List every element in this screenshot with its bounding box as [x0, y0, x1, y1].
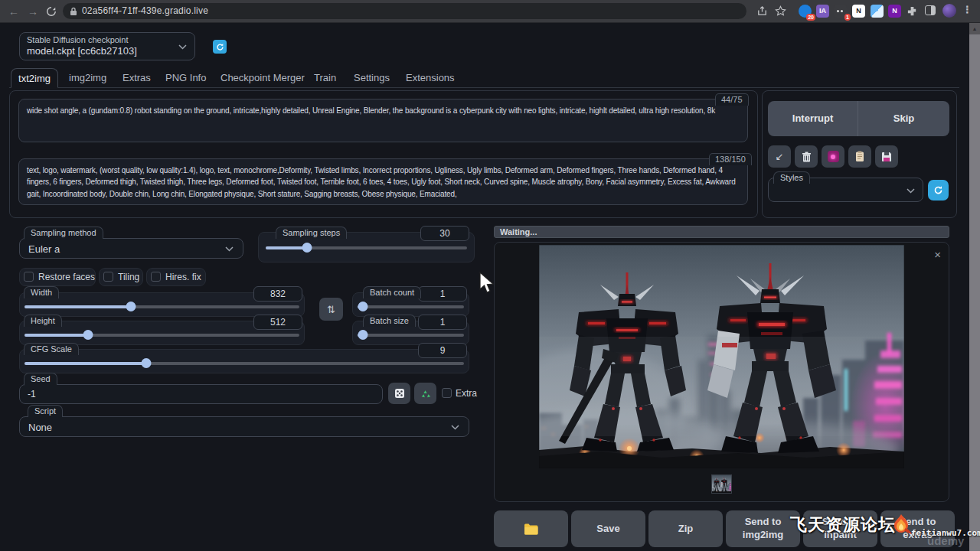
save-button[interactable]: Save: [571, 510, 645, 547]
negative-prompt-counter: 138/150: [709, 153, 752, 165]
recycle-icon: [420, 388, 431, 399]
magenta-icon: [828, 151, 839, 162]
cfg-scale-group: 9: [19, 349, 469, 373]
status-text: Waiting...: [500, 227, 537, 236]
batch-size-slider[interactable]: [358, 334, 464, 337]
toolbar-separator: [0, 22, 980, 23]
tab-extensions[interactable]: Extensions: [406, 68, 455, 88]
interrupt-button[interactable]: Interrupt: [768, 101, 858, 136]
chevron-down-icon: [451, 425, 459, 430]
floppy-icon: [881, 152, 892, 162]
side-panel-icon[interactable]: [925, 5, 936, 15]
close-gallery-icon[interactable]: ×: [934, 249, 941, 260]
reuse-seed-button[interactable]: [414, 383, 436, 404]
tiling-checkbox[interactable]: [103, 272, 113, 282]
script-label: Script: [28, 405, 63, 417]
address-bar[interactable]: 02a56ff4-71ff-439e.gradio.live: [63, 3, 746, 19]
seed-value: -1: [28, 389, 36, 399]
gallery-thumbnail[interactable]: [711, 474, 732, 494]
checkpoint-refresh-button[interactable]: [213, 40, 227, 54]
batch-size-value[interactable]: 1: [418, 315, 467, 330]
checkpoint-label: Stable Diffusion checkpoint: [27, 35, 129, 44]
ext-pin-badge: 20: [806, 14, 815, 21]
prompt-textarea[interactable]: wide shot angle, a (gundam:0.8) robot st…: [18, 99, 748, 142]
zip-button[interactable]: Zip: [648, 510, 723, 547]
ext-notion-label: N: [856, 7, 861, 15]
extensions-puzzle-icon[interactable]: [906, 5, 918, 17]
sampling-method-value: Euler a: [28, 243, 60, 255]
tab-train[interactable]: Train: [314, 68, 336, 88]
styles-label: Styles: [773, 171, 810, 184]
tab-checkpoint-merger[interactable]: Checkpoint Merger: [220, 68, 305, 88]
seed-input[interactable]: -1: [19, 384, 383, 404]
trash-icon: [802, 152, 812, 162]
script-value: None: [28, 422, 52, 433]
tab-png-info[interactable]: PNG Info: [165, 68, 206, 88]
tab-extras[interactable]: Extras: [122, 68, 151, 88]
sampling-steps-slider[interactable]: [266, 246, 467, 249]
checkpoint-dropdown[interactable]: Stable Diffusion checkpoint model.ckpt […: [19, 32, 195, 60]
swap-dimensions-button[interactable]: ⇅: [319, 298, 343, 321]
script-dropdown[interactable]: None: [19, 416, 469, 437]
cfg-scale-slider[interactable]: [24, 362, 464, 365]
width-slider[interactable]: [24, 305, 299, 308]
height-slider[interactable]: [24, 334, 299, 337]
seed-label: Seed: [24, 373, 57, 385]
scrollbar-up-button[interactable]: ▲: [969, 23, 980, 34]
forward-button[interactable]: →: [26, 5, 40, 18]
save-style-button[interactable]: [875, 145, 898, 168]
styles-refresh-button[interactable]: [928, 180, 949, 201]
tab-settings[interactable]: Settings: [354, 68, 390, 88]
ext-cam-badge: 1: [844, 14, 851, 21]
width-value[interactable]: 832: [253, 286, 302, 302]
tab-txt2img[interactable]: txt2img: [11, 68, 58, 88]
lock-icon: [70, 7, 77, 16]
extra-seed-checkbox[interactable]: [442, 388, 452, 398]
browser-toolbar: ← → 02a56ff4-71ff-439e.gradio.live 20 IA…: [0, 0, 980, 22]
paste-params-button[interactable]: ↙: [768, 145, 791, 168]
reload-button[interactable]: [44, 5, 58, 18]
open-folder-button[interactable]: [494, 510, 568, 547]
clear-prompt-button[interactable]: [795, 145, 818, 168]
bookmark-star-icon[interactable]: [775, 5, 786, 17]
negative-prompt-textarea[interactable]: text, logo, watermark, (worst quality, l…: [18, 158, 748, 205]
clipboard-icon: [855, 151, 864, 162]
height-value[interactable]: 512: [253, 315, 302, 330]
ext-ia-icon[interactable]: IA: [816, 5, 829, 18]
ext-onenote-icon[interactable]: N: [888, 5, 901, 18]
sampling-steps-value[interactable]: 30: [420, 226, 469, 241]
width-group: 832: [19, 292, 305, 317]
sampling-method-dropdown[interactable]: Euler a: [19, 238, 243, 259]
ext-pin-icon[interactable]: 20: [799, 5, 812, 18]
browser-menu-icon[interactable]: ⋮: [962, 4, 972, 15]
random-seed-button[interactable]: [388, 383, 410, 404]
refresh-icon: [933, 185, 943, 195]
ext-ia-label: IA: [819, 7, 826, 15]
ext-notion-icon[interactable]: N: [852, 5, 865, 18]
batch-size-label: Batch size: [363, 315, 416, 327]
generated-image[interactable]: [539, 245, 904, 468]
style-select-button[interactable]: [848, 145, 871, 168]
share-icon[interactable]: [756, 5, 768, 17]
hires-fix-checkbox[interactable]: [151, 272, 161, 282]
height-group: 512: [19, 321, 305, 345]
swap-arrows-icon: ⇅: [327, 304, 335, 315]
restore-faces-checkbox[interactable]: [24, 272, 34, 282]
tab-img2img[interactable]: img2img: [69, 68, 106, 88]
batch-count-value[interactable]: 1: [418, 286, 467, 302]
batch-count-slider[interactable]: [358, 305, 464, 308]
back-button[interactable]: ←: [7, 5, 21, 18]
page-scrollbar[interactable]: [969, 23, 980, 551]
style-apply-button[interactable]: [822, 145, 844, 168]
tab-underline: [9, 87, 959, 88]
cfg-scale-label: CFG Scale: [24, 343, 79, 355]
chevron-down-icon: [225, 246, 234, 252]
profile-avatar[interactable]: [942, 4, 956, 18]
ext-cam-icon[interactable]: 1: [834, 5, 847, 18]
send-to-img2img-button[interactable]: Send to img2img: [726, 510, 800, 547]
ext-image-icon[interactable]: [871, 5, 884, 18]
skip-button[interactable]: Skip: [858, 101, 949, 136]
cfg-scale-value[interactable]: 9: [418, 343, 467, 358]
sampling-steps-label: Sampling steps: [276, 227, 347, 239]
prompt-counter: 44/75: [715, 93, 749, 106]
